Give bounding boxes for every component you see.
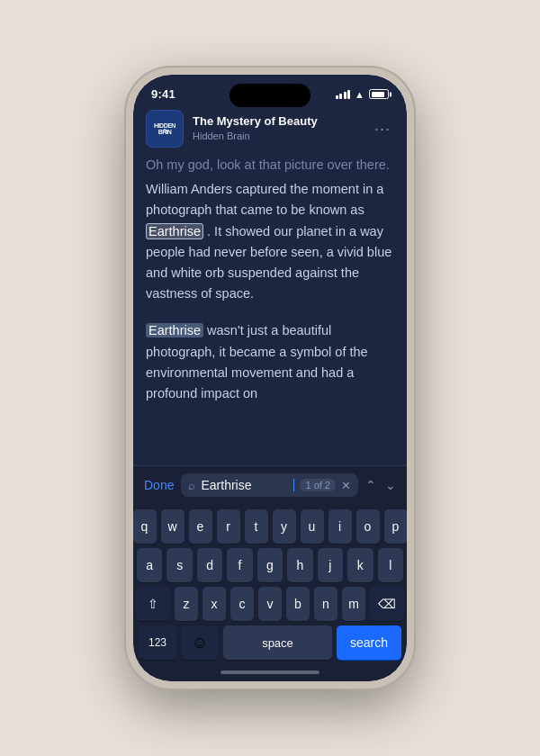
phone-screen: 9:41 ▲ HIDDЕN BRิIN The My <box>133 75 407 681</box>
keyboard-row-2: a s d f g h j k l <box>137 548 403 582</box>
key-j[interactable]: j <box>318 548 343 582</box>
faded-transcript: Oh my god, look at that picture over the… <box>146 155 394 176</box>
keyboard-row-3: ⇧ z x c v b n m ⌫ <box>137 587 403 621</box>
podcast-subtitle: Hidden Brain <box>193 130 362 142</box>
key-z[interactable]: z <box>175 587 198 621</box>
transcript-paragraph2: Earthrise wasn't just a beautiful photog… <box>146 320 394 404</box>
key-n[interactable]: n <box>314 587 338 621</box>
status-time: 9:41 <box>151 87 176 101</box>
key-h[interactable]: h <box>287 548 312 582</box>
keyboard-bottom-row: 123 ☺ space search <box>137 626 403 660</box>
transcript-paragraph1: William Anders captured the moment in a … <box>146 179 394 304</box>
highlight-earthrise-2: Earthrise <box>146 323 203 338</box>
transcript-area: Oh my god, look at that picture over the… <box>133 155 407 465</box>
key-q[interactable]: q <box>133 509 157 544</box>
home-indicator-bar <box>220 670 320 674</box>
wifi-icon: ▲ <box>355 89 364 100</box>
key-w[interactable]: w <box>161 509 184 544</box>
shift-key[interactable]: ⇧ <box>136 587 170 621</box>
key-x[interactable]: x <box>202 587 226 621</box>
key-y[interactable]: y <box>273 509 296 544</box>
key-u[interactable]: u <box>301 509 324 544</box>
highlight-earthrise-1: Earthrise <box>146 223 203 239</box>
key-o[interactable]: o <box>356 509 380 544</box>
more-button[interactable]: ··· <box>371 116 394 142</box>
podcast-info: The Mystery of Beauty Hidden Brain <box>193 114 362 142</box>
key-t[interactable]: t <box>245 509 268 544</box>
key-f[interactable]: f <box>227 548 252 582</box>
backspace-key[interactable]: ⌫ <box>370 587 404 621</box>
num-key[interactable]: 123 <box>139 626 176 660</box>
cursor <box>293 479 295 491</box>
podcast-title: The Mystery of Beauty <box>193 114 362 130</box>
logo-line2: BRิIN <box>158 129 172 135</box>
phone-frame: 9:41 ▲ HIDDЕN BRิIN The My <box>126 68 414 688</box>
podcast-logo: HIDDЕN BRิIN <box>146 110 184 148</box>
dynamic-island <box>230 84 310 107</box>
key-p[interactable]: p <box>384 509 408 544</box>
search-count: 1 of 2 <box>300 479 336 491</box>
key-v[interactable]: v <box>258 587 282 621</box>
transcript-text-before1: William Anders captured the moment in a … <box>146 182 383 217</box>
clear-search-icon[interactable]: ✕ <box>341 479 351 492</box>
key-g[interactable]: g <box>257 548 283 582</box>
home-indicator-area <box>133 667 407 681</box>
emoji-key[interactable]: ☺ <box>181 626 219 660</box>
key-k[interactable]: k <box>347 548 373 582</box>
prev-result-arrow[interactable]: ⌃ <box>365 478 376 492</box>
key-b[interactable]: b <box>286 587 310 621</box>
key-m[interactable]: m <box>342 587 365 621</box>
key-d[interactable]: d <box>197 548 222 582</box>
signal-icon <box>336 90 351 99</box>
search-key[interactable]: search <box>337 626 401 660</box>
search-bar: Done ⌕ Earthrise 1 of 2 ✕ ⌃ ⌄ <box>133 465 407 504</box>
search-magnifier-icon: ⌕ <box>188 479 195 492</box>
key-l[interactable]: l <box>378 548 403 582</box>
podcast-header: HIDDЕN BRิIN The Mystery of Beauty Hidde… <box>133 104 407 155</box>
nav-arrows: ⌃ ⌄ <box>365 478 396 492</box>
search-input[interactable]: Earthrise <box>201 478 287 492</box>
battery-icon <box>369 89 389 99</box>
key-e[interactable]: e <box>189 509 212 544</box>
key-a[interactable]: a <box>137 548 162 582</box>
key-c[interactable]: c <box>230 587 254 621</box>
status-icons: ▲ <box>336 89 389 100</box>
key-r[interactable]: r <box>217 509 240 544</box>
key-s[interactable]: s <box>166 548 192 582</box>
keyboard-row-1: q w e r t y u i o p <box>137 509 403 544</box>
logo-line1: HIDDЕN <box>154 122 176 129</box>
space-key[interactable]: space <box>223 626 332 660</box>
key-i[interactable]: i <box>328 509 352 544</box>
next-result-arrow[interactable]: ⌄ <box>385 478 396 492</box>
search-input-area[interactable]: ⌕ Earthrise 1 of 2 ✕ <box>181 473 358 497</box>
done-button[interactable]: Done <box>144 478 174 492</box>
keyboard: q w e r t y u i o p a s d f g h j k <box>133 504 407 667</box>
